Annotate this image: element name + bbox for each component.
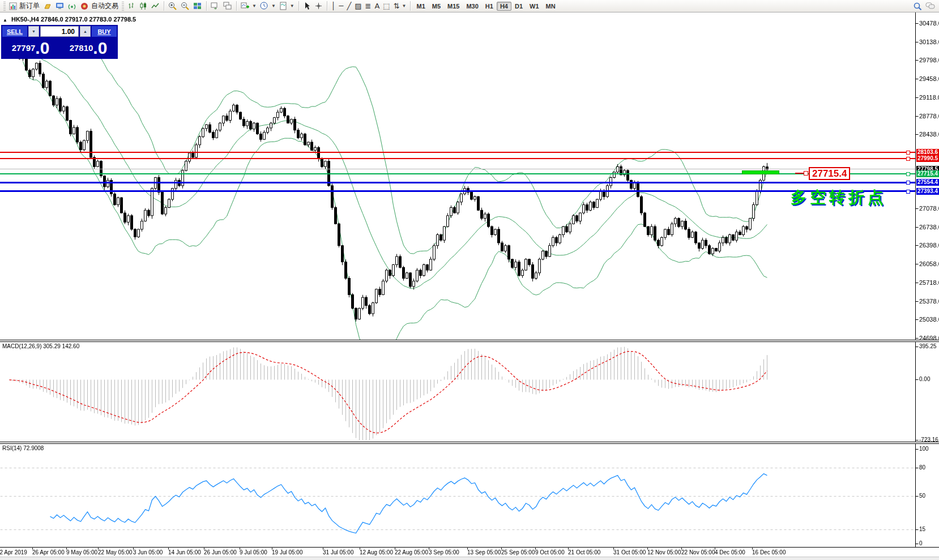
price-axis-label: 28438.0 <box>919 131 939 138</box>
chat-icon <box>925 2 936 10</box>
clock-icon <box>260 2 269 10</box>
price-axis-border <box>915 12 916 547</box>
horizontal-line-27554.4[interactable] <box>0 182 915 183</box>
macd-axis-label: 395.25 <box>919 343 937 349</box>
line-handle[interactable] <box>906 181 910 185</box>
line-handle[interactable] <box>906 172 910 176</box>
time-axis-label: 12 Apr 2019 <box>0 549 27 555</box>
new-order-icon <box>9 2 18 10</box>
periods-button[interactable]: ▼ <box>258 1 278 12</box>
horizontal-line-28103.6[interactable] <box>0 152 915 153</box>
indicators-button[interactable]: ▼ <box>239 1 258 12</box>
bar-chart-icon <box>127 2 136 10</box>
dropdown-caret-icon: ▼ <box>402 3 407 8</box>
volume-input[interactable]: 1.00 <box>40 26 79 37</box>
zoom-out-button[interactable] <box>179 1 191 12</box>
cursor-button[interactable] <box>301 1 313 12</box>
price-axis-label: 24698.0 <box>919 335 939 341</box>
candlestick-button[interactable] <box>138 1 150 12</box>
time-axis-label: 12 Nov 05:00 <box>647 549 681 555</box>
horizontal-line-button[interactable]: ─ <box>338 1 345 12</box>
rsi-pane-splitter[interactable] <box>0 442 939 444</box>
sell-price[interactable]: 27797 .0 <box>2 38 59 58</box>
horizontal-line-icon: ─ <box>339 2 344 10</box>
equidistant-channel-button[interactable]: ▨ <box>353 1 363 12</box>
rsi-axis-label: 50 <box>919 493 925 499</box>
turning-point-label[interactable]: 多空转折点 <box>791 187 887 208</box>
chart-canvas[interactable] <box>0 0 939 560</box>
new-order-button[interactable]: 新订单 <box>7 1 41 12</box>
autotrade-button[interactable]: 自动交易 <box>79 1 120 12</box>
sell-button[interactable]: SELL <box>2 26 27 37</box>
line-chart-button[interactable] <box>150 1 161 12</box>
support-segment[interactable] <box>742 170 779 174</box>
price-axis-label: 26058.0 <box>919 260 939 267</box>
flag-anchor[interactable] <box>804 171 808 176</box>
autotrade-label: 自动交易 <box>91 1 118 11</box>
templates-button[interactable]: ▼ <box>278 1 296 12</box>
buy-price[interactable]: 27810 .0 <box>60 38 117 58</box>
price-axis-label: 27078.0 <box>919 205 939 212</box>
monitor-icon <box>56 2 65 10</box>
time-axis-label: 22 Aug 05:00 <box>395 549 428 555</box>
crosshair-button[interactable] <box>313 1 325 12</box>
market-watch-button[interactable] <box>54 1 66 12</box>
horizontal-line-27990.5[interactable] <box>0 158 915 159</box>
macd-pane-splitter[interactable] <box>0 340 939 342</box>
trendline-button[interactable]: ╱ <box>345 1 353 12</box>
gold-icon <box>43 2 52 10</box>
one-click-trade-panel: SELL ▼ 1.00 ▲ BUY 27797 .0 27810 .0 <box>1 25 118 59</box>
collapse-arrow-icon[interactable]: ▲ <box>3 18 7 23</box>
arrows-button[interactable]: ⇅▼ <box>392 1 408 12</box>
time-axis-label: 4 Dec 05:00 <box>715 549 745 555</box>
dropdown-caret-icon: ▼ <box>252 3 257 8</box>
signals-button[interactable] <box>66 1 79 12</box>
price-axis-label: 25378.0 <box>919 298 939 305</box>
price-axis-label: 25718.0 <box>919 279 939 286</box>
new-order-label: 新订单 <box>19 1 40 11</box>
line-handle[interactable] <box>906 157 910 161</box>
toolbar-grip[interactable] <box>122 2 124 11</box>
price-flag-box[interactable]: 27715.4 <box>809 167 850 180</box>
line-handle[interactable] <box>906 151 910 155</box>
signal-icon <box>68 2 77 10</box>
horizontal-line-27798.5[interactable] <box>0 169 915 169</box>
timeframe-h4-button[interactable]: H4 <box>497 2 511 11</box>
template-icon <box>279 2 288 10</box>
tile-windows-button[interactable] <box>191 1 204 12</box>
volume-down-button[interactable]: ▼ <box>28 26 39 37</box>
rsi-axis-label: 100 <box>919 446 929 452</box>
profile-button[interactable] <box>41 1 54 12</box>
timeframe-d1-button[interactable]: D1 <box>511 2 526 11</box>
cascade-charts-button[interactable] <box>221 1 234 12</box>
bar-chart-button[interactable] <box>126 1 138 12</box>
chart-ohlc-header: ▲ HK50-,H4 27846.0 27917.0 27783.0 27798… <box>3 16 136 23</box>
time-axis-label: 12 Aug 05:00 <box>360 549 393 555</box>
line-handle[interactable] <box>906 190 910 194</box>
buy-button[interactable]: BUY <box>92 26 117 37</box>
chat-button[interactable] <box>924 1 937 12</box>
fibonacci-button[interactable]: ≣ <box>364 1 373 12</box>
cascade-charts-icon <box>223 2 232 10</box>
text-button[interactable]: A <box>373 1 381 12</box>
timeframe-m30-button[interactable]: M30 <box>463 2 481 11</box>
volume-up-button[interactable]: ▲ <box>80 26 91 37</box>
timeframe-mn-button[interactable]: MN <box>543 2 559 11</box>
time-axis-label: 19 Jul 05:00 <box>272 549 303 555</box>
arrows-icon: ⇅ <box>394 2 400 10</box>
horizontal-line-27393.4[interactable] <box>0 190 915 192</box>
search-button[interactable] <box>911 1 924 12</box>
timeframe-m1-button[interactable]: M1 <box>413 2 428 11</box>
vertical-line-button[interactable]: │ <box>330 1 338 12</box>
timeframe-m15-button[interactable]: M15 <box>444 2 463 11</box>
timeframe-w1-button[interactable]: W1 <box>526 2 543 11</box>
timeframe-m5-button[interactable]: M5 <box>429 2 444 11</box>
autotrade-icon <box>80 2 89 10</box>
dropdown-caret-icon: ▼ <box>271 3 276 8</box>
toolbar-grip[interactable] <box>3 2 6 11</box>
timeframe-h1-button[interactable]: H1 <box>482 2 497 11</box>
zoom-in-button[interactable] <box>167 1 179 12</box>
text-label-button[interactable]: ⬚ <box>381 1 391 12</box>
arrange-charts-icon <box>211 2 220 10</box>
arrange-charts-button[interactable] <box>209 1 221 12</box>
